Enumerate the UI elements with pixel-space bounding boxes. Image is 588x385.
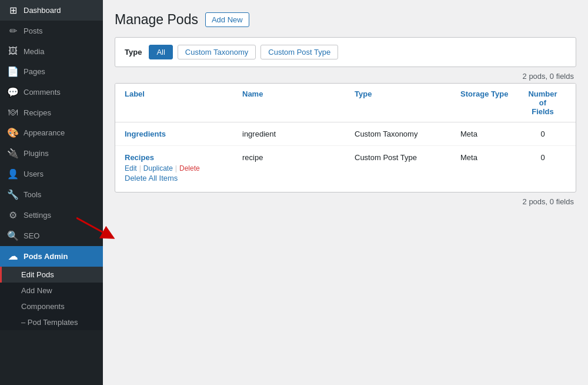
sidebar-item-appearance[interactable]: 🎨 Appearance — [0, 122, 103, 143]
page-title: Manage Pods — [115, 12, 198, 28]
table-row: Ingredients ingredient Custom Taxonomy M… — [115, 122, 576, 146]
add-new-button[interactable]: Add New — [205, 12, 249, 27]
row-recipes-storage: Meta — [460, 153, 519, 162]
sidebar-item-label: Media — [24, 47, 44, 56]
ingredients-link[interactable]: Ingredients — [125, 130, 166, 138]
row-actions-recipes: Edit | Duplicate | Delete — [125, 164, 242, 172]
sidebar-item-recipes[interactable]: 🍽 Recipes — [0, 102, 103, 122]
sidebar-item-label: Users — [24, 170, 44, 178]
summary-bottom: 2 pods, 0 fields — [115, 192, 576, 206]
pages-icon: 📄 — [7, 66, 19, 77]
submenu-item-pod-templates[interactable]: – Pod Templates — [0, 314, 103, 330]
sidebar-item-label: Posts — [24, 26, 43, 35]
sidebar-item-settings[interactable]: ⚙ Settings — [0, 205, 103, 225]
sidebar-item-users[interactable]: 👤 Users — [0, 164, 103, 184]
recipes-icon: 🍽 — [7, 107, 19, 118]
sidebar-item-comments[interactable]: 💬 Comments — [0, 82, 103, 102]
pods-table: Label Name Type Storage Type Number of F… — [115, 83, 576, 192]
sidebar-item-pages[interactable]: 📄 Pages — [0, 61, 103, 82]
sidebar-item-media[interactable]: 🖼 Media — [0, 41, 103, 61]
row-ingredients-label: Ingredients — [125, 130, 242, 138]
sidebar-item-seo[interactable]: 🔍 SEO — [0, 225, 103, 246]
sidebar-item-pods-admin[interactable]: ☁ Pods Admin — [0, 246, 103, 267]
row-recipes-label-area: Recipes Edit | Duplicate | Delete Delete… — [125, 153, 242, 182]
plugins-icon: 🔌 — [7, 148, 19, 159]
row-recipes-fields: 0 — [519, 153, 566, 162]
duplicate-action[interactable]: Duplicate — [143, 164, 173, 172]
row-ingredients-name: ingredient — [242, 130, 355, 138]
row-recipes-name: recipe — [242, 153, 355, 162]
submenu-pod-templates-label: – Pod Templates — [21, 318, 78, 327]
header-storage-type: Storage Type — [460, 89, 519, 116]
edit-action[interactable]: Edit — [125, 164, 137, 172]
type-filter-bar: Type All Custom Taxonomy Custom Post Typ… — [115, 37, 576, 67]
sidebar-item-label: Comments — [24, 88, 61, 97]
submenu-components-label: Components — [21, 302, 65, 311]
filter-btn-all[interactable]: All — [149, 45, 172, 59]
submenu-item-add-new[interactable]: Add New — [0, 283, 103, 298]
sidebar-item-label: Appearance — [24, 128, 65, 137]
row-ingredients-storage: Meta — [460, 130, 519, 138]
posts-icon: ✏ — [7, 25, 19, 36]
filter-btn-custom-taxonomy[interactable]: Custom Taxonomy — [178, 45, 256, 59]
sidebar-item-label: Tools — [24, 190, 41, 199]
filter-btn-custom-post-type[interactable]: Custom Post Type — [260, 45, 338, 59]
header-name: Name — [242, 89, 355, 116]
sidebar-item-dashboard[interactable]: ⊞ Dashboard — [0, 0, 103, 21]
pods-admin-label: Pods Admin — [24, 252, 68, 261]
row-ingredients-fields: 0 — [519, 130, 566, 138]
users-icon: 👤 — [7, 168, 19, 180]
row-recipes-type: Custom Post Type — [355, 153, 460, 162]
submenu-edit-pods-label: Edit Pods — [21, 270, 54, 279]
media-icon: 🖼 — [7, 46, 19, 57]
submenu-item-components[interactable]: Components — [0, 298, 103, 314]
sidebar-item-plugins[interactable]: 🔌 Plugins — [0, 143, 103, 164]
header-type: Type — [355, 89, 460, 116]
sidebar-item-label: Recipes — [24, 108, 51, 117]
delete-action[interactable]: Delete — [179, 164, 200, 172]
dashboard-icon: ⊞ — [7, 5, 19, 16]
table-row: Recipes Edit | Duplicate | Delete Delete… — [115, 146, 576, 192]
recipes-link[interactable]: Recipes — [125, 153, 242, 162]
pods-submenu: Edit Pods Add New Components – Pod Templ… — [0, 267, 103, 330]
seo-icon: 🔍 — [7, 230, 19, 241]
header-label: Label — [125, 89, 242, 116]
sidebar-item-label: Pages — [24, 67, 45, 76]
sidebar-item-label: SEO — [24, 231, 39, 240]
comments-icon: 💬 — [7, 87, 19, 98]
submenu-add-new-label: Add New — [21, 286, 52, 295]
row-ingredients-type: Custom Taxonomy — [355, 130, 460, 138]
main-content: Manage Pods Add New Type All Custom Taxo… — [103, 0, 588, 385]
sidebar-item-tools[interactable]: 🔧 Tools — [0, 184, 103, 205]
sidebar-item-label: Plugins — [24, 149, 49, 158]
sidebar-item-posts[interactable]: ✏ Posts — [0, 21, 103, 41]
summary-top: 2 pods, 0 fields — [115, 72, 576, 81]
header-number-of-fields: Number of Fields — [519, 89, 566, 116]
pods-admin-icon: ☁ — [7, 251, 19, 262]
tools-icon: 🔧 — [7, 189, 19, 200]
sidebar-item-label: Settings — [24, 211, 51, 220]
sidebar-item-label: Dashboard — [24, 6, 61, 15]
table-header: Label Name Type Storage Type Number of F… — [115, 84, 576, 122]
settings-icon: ⚙ — [7, 210, 19, 221]
delete-all-items-action[interactable]: Delete All Items — [125, 174, 178, 182]
type-filter-label: Type — [125, 48, 142, 57]
page-header: Manage Pods Add New — [115, 12, 576, 28]
submenu-item-edit-pods[interactable]: Edit Pods — [0, 267, 103, 283]
sidebar: ⊞ Dashboard ✏ Posts 🖼 Media 📄 Pages 💬 Co… — [0, 0, 103, 385]
appearance-icon: 🎨 — [7, 127, 19, 138]
